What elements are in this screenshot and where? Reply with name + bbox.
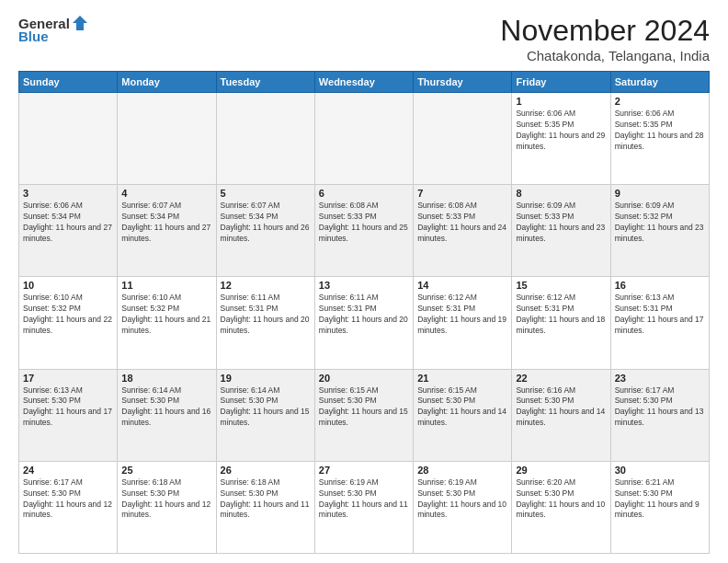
day-info: Sunrise: 6:21 AM Sunset: 5:30 PM Dayligh… (615, 477, 705, 522)
day-info: Sunrise: 6:16 AM Sunset: 5:30 PM Dayligh… (516, 385, 606, 430)
col-tuesday: Tuesday (216, 72, 314, 93)
calendar-cell: 16Sunrise: 6:13 AM Sunset: 5:31 PM Dayli… (610, 277, 709, 369)
day-info: Sunrise: 6:14 AM Sunset: 5:30 PM Dayligh… (221, 385, 311, 430)
calendar-week-4: 17Sunrise: 6:13 AM Sunset: 5:30 PM Dayli… (19, 369, 710, 461)
col-saturday: Saturday (610, 72, 709, 93)
calendar-cell (118, 93, 216, 185)
day-number: 10 (23, 280, 113, 291)
calendar-cell: 29Sunrise: 6:20 AM Sunset: 5:30 PM Dayli… (512, 461, 610, 553)
calendar-cell: 10Sunrise: 6:10 AM Sunset: 5:32 PM Dayli… (19, 277, 118, 369)
day-number: 1 (516, 96, 606, 107)
col-monday: Monday (118, 72, 216, 93)
day-number: 12 (221, 280, 311, 291)
day-number: 21 (417, 373, 507, 384)
title-block: November 2024 Chatakonda, Telangana, Ind… (500, 14, 710, 63)
day-number: 9 (615, 188, 705, 199)
calendar-cell: 26Sunrise: 6:18 AM Sunset: 5:30 PM Dayli… (216, 461, 314, 553)
day-info: Sunrise: 6:11 AM Sunset: 5:31 PM Dayligh… (319, 293, 409, 337)
day-number: 29 (516, 465, 606, 476)
day-number: 19 (221, 373, 311, 384)
calendar-cell: 7Sunrise: 6:08 AM Sunset: 5:33 PM Daylig… (414, 185, 512, 277)
day-info: Sunrise: 6:19 AM Sunset: 5:30 PM Dayligh… (319, 477, 409, 522)
calendar-cell (314, 93, 413, 185)
page: General Blue November 2024 Chatakonda, T… (0, 0, 728, 563)
day-number: 15 (516, 280, 606, 291)
calendar-week-1: 1Sunrise: 6:06 AM Sunset: 5:35 PM Daylig… (19, 93, 710, 185)
calendar-cell: 12Sunrise: 6:11 AM Sunset: 5:31 PM Dayli… (216, 277, 314, 369)
day-info: Sunrise: 6:13 AM Sunset: 5:31 PM Dayligh… (615, 293, 705, 337)
calendar-cell: 9Sunrise: 6:09 AM Sunset: 5:32 PM Daylig… (610, 185, 709, 277)
calendar-week-3: 10Sunrise: 6:10 AM Sunset: 5:32 PM Dayli… (19, 277, 710, 369)
location: Chatakonda, Telangana, India (500, 48, 710, 63)
calendar-table: Sunday Monday Tuesday Wednesday Thursday… (18, 71, 710, 554)
day-info: Sunrise: 6:06 AM Sunset: 5:35 PM Dayligh… (516, 109, 606, 153)
day-info: Sunrise: 6:11 AM Sunset: 5:31 PM Dayligh… (221, 293, 311, 337)
day-number: 4 (121, 188, 211, 199)
day-info: Sunrise: 6:08 AM Sunset: 5:33 PM Dayligh… (319, 201, 409, 245)
day-number: 11 (121, 280, 211, 291)
day-info: Sunrise: 6:09 AM Sunset: 5:33 PM Dayligh… (516, 201, 606, 245)
day-number: 3 (23, 188, 113, 199)
calendar-cell: 4Sunrise: 6:07 AM Sunset: 5:34 PM Daylig… (118, 185, 216, 277)
day-number: 24 (23, 465, 113, 476)
calendar-cell: 30Sunrise: 6:21 AM Sunset: 5:30 PM Dayli… (610, 461, 709, 553)
calendar-cell: 5Sunrise: 6:07 AM Sunset: 5:34 PM Daylig… (216, 185, 314, 277)
calendar-cell: 1Sunrise: 6:06 AM Sunset: 5:35 PM Daylig… (512, 93, 610, 185)
day-info: Sunrise: 6:15 AM Sunset: 5:30 PM Dayligh… (319, 385, 409, 430)
day-number: 18 (121, 373, 211, 384)
calendar-cell: 21Sunrise: 6:15 AM Sunset: 5:30 PM Dayli… (414, 369, 512, 461)
day-info: Sunrise: 6:15 AM Sunset: 5:30 PM Dayligh… (417, 385, 507, 430)
day-number: 16 (615, 280, 705, 291)
logo-blue: Blue (18, 29, 49, 44)
day-number: 6 (319, 188, 409, 199)
calendar-cell: 20Sunrise: 6:15 AM Sunset: 5:30 PM Dayli… (314, 369, 413, 461)
day-info: Sunrise: 6:18 AM Sunset: 5:30 PM Dayligh… (221, 477, 311, 522)
calendar-cell: 28Sunrise: 6:19 AM Sunset: 5:30 PM Dayli… (414, 461, 512, 553)
day-info: Sunrise: 6:17 AM Sunset: 5:30 PM Dayligh… (23, 477, 113, 522)
day-info: Sunrise: 6:08 AM Sunset: 5:33 PM Dayligh… (417, 201, 507, 245)
calendar-cell (216, 93, 314, 185)
calendar-cell: 25Sunrise: 6:18 AM Sunset: 5:30 PM Dayli… (118, 461, 216, 553)
day-info: Sunrise: 6:14 AM Sunset: 5:30 PM Dayligh… (121, 385, 211, 430)
calendar-cell: 3Sunrise: 6:06 AM Sunset: 5:34 PM Daylig… (19, 185, 118, 277)
day-info: Sunrise: 6:20 AM Sunset: 5:30 PM Dayligh… (516, 477, 606, 522)
col-wednesday: Wednesday (314, 72, 413, 93)
day-info: Sunrise: 6:10 AM Sunset: 5:32 PM Dayligh… (121, 293, 211, 337)
header-row: Sunday Monday Tuesday Wednesday Thursday… (19, 72, 710, 93)
day-info: Sunrise: 6:10 AM Sunset: 5:32 PM Dayligh… (23, 293, 113, 337)
day-info: Sunrise: 6:12 AM Sunset: 5:31 PM Dayligh… (516, 293, 606, 337)
day-number: 13 (319, 280, 409, 291)
day-number: 25 (121, 465, 211, 476)
day-info: Sunrise: 6:18 AM Sunset: 5:30 PM Dayligh… (121, 477, 211, 522)
calendar-cell: 15Sunrise: 6:12 AM Sunset: 5:31 PM Dayli… (512, 277, 610, 369)
day-number: 30 (615, 465, 705, 476)
svg-marker-0 (73, 16, 87, 30)
calendar-cell: 17Sunrise: 6:13 AM Sunset: 5:30 PM Dayli… (19, 369, 118, 461)
calendar-cell (414, 93, 512, 185)
calendar-cell: 8Sunrise: 6:09 AM Sunset: 5:33 PM Daylig… (512, 185, 610, 277)
day-info: Sunrise: 6:17 AM Sunset: 5:30 PM Dayligh… (615, 385, 705, 430)
logo: General Blue (18, 14, 90, 44)
calendar-header: Sunday Monday Tuesday Wednesday Thursday… (19, 72, 710, 93)
calendar-cell: 2Sunrise: 6:06 AM Sunset: 5:35 PM Daylig… (610, 93, 709, 185)
calendar-cell: 13Sunrise: 6:11 AM Sunset: 5:31 PM Dayli… (314, 277, 413, 369)
day-number: 14 (417, 280, 507, 291)
day-number: 8 (516, 188, 606, 199)
calendar-cell: 24Sunrise: 6:17 AM Sunset: 5:30 PM Dayli… (19, 461, 118, 553)
calendar-week-2: 3Sunrise: 6:06 AM Sunset: 5:34 PM Daylig… (19, 185, 710, 277)
logo-icon (71, 14, 89, 32)
day-number: 27 (319, 465, 409, 476)
calendar-cell: 19Sunrise: 6:14 AM Sunset: 5:30 PM Dayli… (216, 369, 314, 461)
month-title: November 2024 (500, 14, 710, 48)
calendar-cell: 22Sunrise: 6:16 AM Sunset: 5:30 PM Dayli… (512, 369, 610, 461)
calendar-cell: 23Sunrise: 6:17 AM Sunset: 5:30 PM Dayli… (610, 369, 709, 461)
col-thursday: Thursday (414, 72, 512, 93)
calendar-body: 1Sunrise: 6:06 AM Sunset: 5:35 PM Daylig… (19, 93, 710, 554)
day-number: 28 (417, 465, 507, 476)
day-number: 26 (221, 465, 311, 476)
day-info: Sunrise: 6:12 AM Sunset: 5:31 PM Dayligh… (417, 293, 507, 337)
day-number: 7 (417, 188, 507, 199)
col-friday: Friday (512, 72, 610, 93)
day-info: Sunrise: 6:13 AM Sunset: 5:30 PM Dayligh… (23, 385, 113, 430)
day-number: 5 (221, 188, 311, 199)
